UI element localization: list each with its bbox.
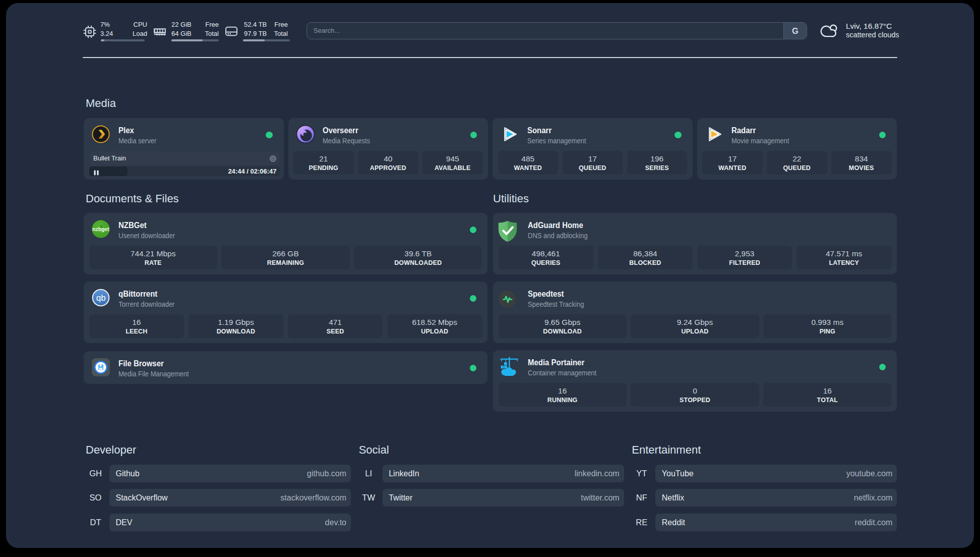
svg-text:qb: qb (96, 293, 106, 303)
svg-text:nzbget: nzbget (92, 227, 109, 232)
